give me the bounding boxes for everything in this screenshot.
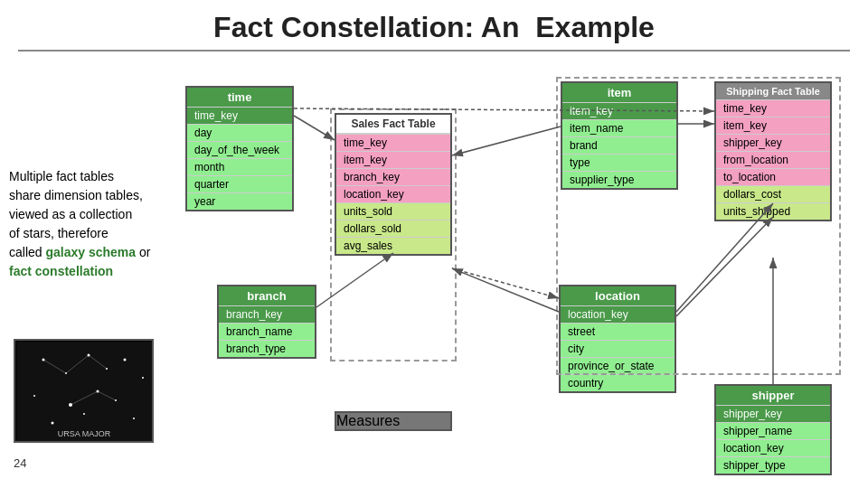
fact-constellation-text: fact constellation: [9, 264, 113, 278]
explanation-text: Multiple fact tables share dimension tab…: [9, 167, 181, 281]
time-row-2: day_of_the_week: [187, 141, 292, 158]
text-line6: or: [139, 245, 150, 259]
branch-row-2: branch_type: [219, 340, 315, 357]
branch-table-title: branch: [219, 286, 315, 305]
time-row-0: time_key: [187, 107, 292, 124]
page-title: Fact Constellation: An Example: [0, 0, 868, 50]
time-row-3: month: [187, 158, 292, 175]
text-line1: Multiple fact tables: [9, 169, 114, 183]
svg-line-22: [294, 116, 335, 140]
time-row-4: quarter: [187, 175, 292, 192]
svg-line-23: [452, 127, 561, 155]
svg-point-5: [123, 358, 126, 361]
location-row-4: country: [561, 374, 675, 391]
item-shipping-outline: [556, 77, 841, 375]
shipper-row-3: shipper_type: [716, 456, 830, 474]
shipper-dimension-table: shipper shipper_key shipper_name locatio…: [714, 384, 832, 475]
galaxy-schema-text: galaxy schema: [45, 245, 136, 259]
svg-point-7: [33, 395, 35, 397]
shipper-row-2: location_key: [716, 439, 830, 456]
branch-row-0: branch_key: [219, 305, 315, 323]
measures-title: Measures: [336, 413, 450, 429]
time-table-title: time: [187, 88, 292, 107]
galaxy-image: URSA MAJOR: [14, 339, 154, 443]
shipper-row-1: shipper_name: [716, 422, 830, 439]
time-row-5: year: [187, 192, 292, 210]
time-dimension-table: time time_key day day_of_the_week month …: [185, 86, 294, 211]
shipper-row-0: shipper_key: [716, 405, 830, 422]
sales-fact-outline: [330, 108, 457, 361]
branch-dimension-table: branch branch_key branch_name branch_typ…: [217, 285, 316, 359]
text-line5: called: [9, 245, 42, 259]
time-row-1: day: [187, 124, 292, 141]
svg-rect-0: [16, 342, 152, 441]
text-line2: share dimension tables,: [9, 188, 143, 202]
title-divider: [18, 50, 850, 52]
measures-label: Measures: [335, 411, 452, 431]
svg-line-31: [452, 268, 559, 298]
text-line4: of stars, therefore: [9, 226, 108, 240]
svg-point-13: [133, 418, 135, 419]
branch-row-1: branch_name: [219, 323, 315, 340]
svg-point-6: [142, 377, 144, 379]
title-suffix: Example: [535, 11, 655, 43]
page-number: 24: [14, 456, 26, 470]
svg-text:URSA MAJOR: URSA MAJOR: [57, 429, 110, 438]
text-line3: viewed as a collection: [9, 207, 132, 221]
svg-line-25: [452, 268, 559, 312]
shipper-table-title: shipper: [716, 386, 830, 405]
main-content: Multiple fact tables share dimension tab…: [0, 59, 868, 474]
svg-point-11: [83, 413, 85, 415]
svg-point-12: [51, 421, 53, 424]
title-text: Fact Constellation: An: [213, 11, 519, 43]
